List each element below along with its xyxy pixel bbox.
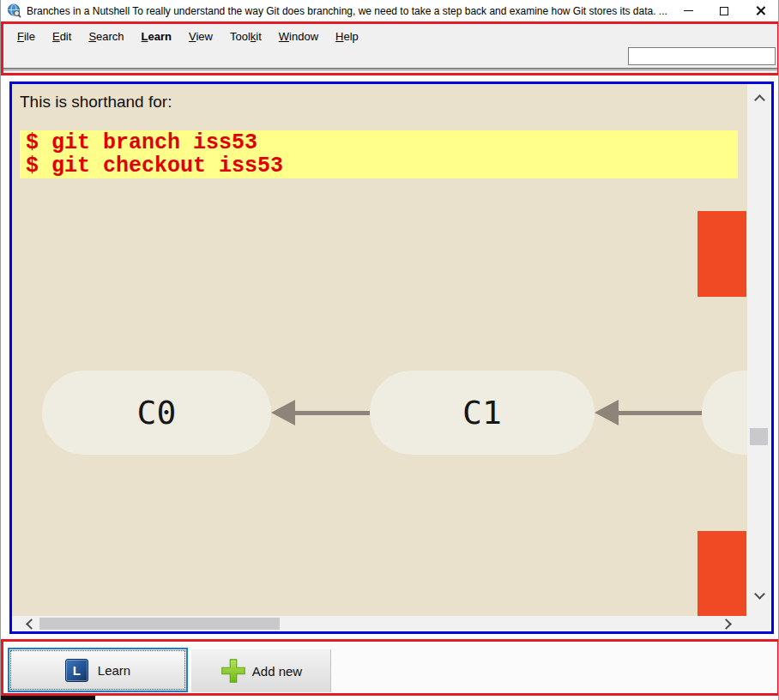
commit-node-c0: C0: [42, 371, 271, 455]
scroll-down-button[interactable]: [747, 585, 771, 602]
menu-item-view[interactable]: View: [180, 28, 221, 45]
minimize-icon: [684, 10, 693, 11]
scroll-right-button[interactable]: [717, 616, 734, 631]
titlebar: Branches in a Nutshell To really underst…: [1, 0, 778, 21]
parent-arrow-icon: [271, 400, 374, 425]
globe-magnifier-icon: [7, 3, 21, 18]
horizontal-scrollbar[interactable]: [12, 616, 771, 631]
menu-item-window[interactable]: Window: [270, 28, 327, 45]
close-icon: [755, 5, 766, 16]
branch-pointer-rect-top: [697, 211, 746, 297]
search-input[interactable]: [628, 47, 776, 65]
menu-item-help[interactable]: Help: [327, 28, 367, 45]
lesson-canvas: This is shorthand for: $ git branch iss5…: [12, 84, 747, 616]
app-window: Branches in a Nutshell To really underst…: [0, 0, 779, 700]
menu-divider: [3, 68, 777, 72]
commit-label: C1: [462, 394, 502, 431]
bottom-toolbar: L Learn Add new: [1, 639, 779, 696]
menubar: FileEditSearchLearnViewToolkitWindowHelp: [9, 28, 367, 45]
close-button[interactable]: [742, 0, 778, 21]
window-title: Branches in a Nutshell To really underst…: [27, 5, 670, 17]
commit-node-c1: C1: [370, 371, 595, 455]
content-area: This is shorthand for: $ git branch iss5…: [9, 81, 774, 634]
branch-pointer-rect-bottom: [697, 531, 746, 616]
maximize-icon: [720, 7, 728, 15]
parent-arrow-icon: [595, 400, 702, 425]
tab-add-new[interactable]: Add new: [191, 649, 331, 692]
commit-node-partial: [702, 371, 747, 455]
commit-label: C0: [137, 394, 177, 431]
menu-panel: FileEditSearchLearnViewToolkitWindowHelp: [1, 21, 779, 75]
lesson-heading: This is shorthand for:: [20, 93, 172, 112]
tab-learn[interactable]: L Learn: [8, 648, 188, 692]
menu-item-learn[interactable]: Learn: [133, 28, 180, 45]
code-line: $ git checkout iss53: [26, 154, 738, 178]
chevron-left-icon: [26, 619, 37, 630]
menu-item-search[interactable]: Search: [80, 28, 132, 45]
code-block: $ git branch iss53$ git checkout iss53: [20, 130, 738, 178]
horizontal-scroll-thumb[interactable]: [39, 618, 280, 630]
menu-item-toolkit[interactable]: Toolkit: [221, 28, 270, 45]
chevron-up-icon: [754, 94, 765, 106]
maximize-button[interactable]: [706, 0, 742, 21]
taskbar-fragment: [1, 696, 95, 700]
tab-label: Learn: [98, 663, 130, 678]
menu-item-file[interactable]: File: [9, 28, 44, 45]
scroll-up-button[interactable]: [747, 91, 771, 108]
code-line: $ git branch iss53: [26, 131, 738, 154]
scroll-left-button[interactable]: [22, 616, 39, 631]
window-controls: [670, 0, 778, 21]
minimize-button[interactable]: [670, 0, 706, 21]
tab-label: Add new: [252, 664, 302, 679]
learn-tab-icon: L: [65, 659, 88, 682]
chevron-down-icon: [754, 588, 765, 600]
vertical-scroll-thumb[interactable]: [750, 428, 768, 445]
menu-item-edit[interactable]: Edit: [44, 28, 80, 45]
chevron-right-icon: [721, 619, 732, 630]
plus-icon: [220, 657, 247, 685]
vertical-scrollbar[interactable]: [747, 84, 771, 616]
